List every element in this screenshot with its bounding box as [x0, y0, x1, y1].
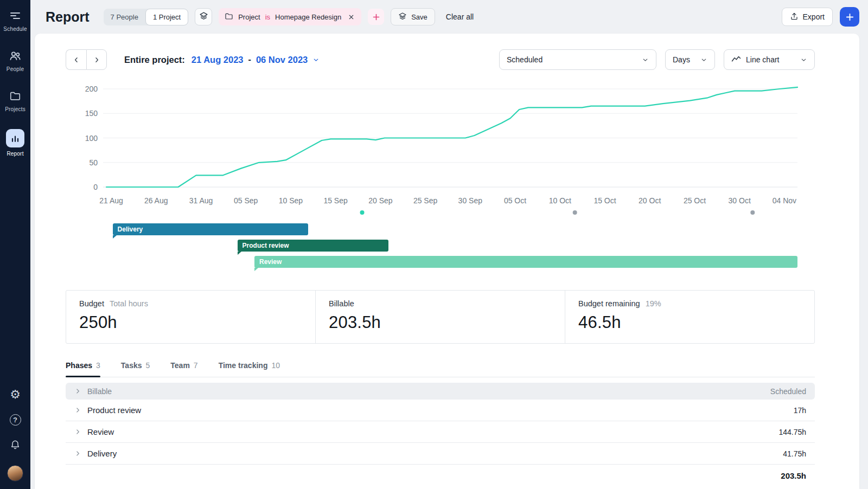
sidebar-item-projects[interactable]: Projects: [0, 89, 30, 112]
chevron-right-icon: [74, 388, 81, 395]
app-root: Schedule People Projects Report: [0, 0, 868, 489]
row-value: 17h: [794, 406, 806, 415]
scheduled-hours-chart: 05010015020021 Aug26 Aug31 Aug05 Sep10 S…: [66, 82, 815, 219]
phases-table: Billable Scheduled Product review 17h Re…: [66, 383, 815, 486]
milestone-dot[interactable]: [360, 210, 365, 215]
tab-count: 10: [271, 361, 280, 370]
x-tick-label: 10 Oct: [549, 196, 571, 205]
tab-phases[interactable]: Phases 3: [66, 361, 100, 377]
chevron-down-icon: [642, 56, 649, 63]
table-row[interactable]: Delivery 41.75h: [66, 443, 815, 465]
y-tick-label: 200: [85, 85, 98, 93]
row-value: 144.75h: [778, 428, 806, 436]
milestone-dot[interactable]: [750, 210, 755, 215]
tab-tasks[interactable]: Tasks 5: [121, 361, 150, 377]
chart-toolbar: Entire project: 21 Aug 2023 - 06 Nov 202…: [66, 49, 815, 70]
row-name: Delivery: [87, 449, 117, 458]
phase-bar-label: Delivery: [113, 223, 309, 235]
line-chart-icon: [731, 55, 741, 65]
user-avatar[interactable]: [7, 465, 23, 481]
save-button[interactable]: Save: [391, 8, 435, 25]
x-tick-label: 25 Sep: [413, 196, 438, 205]
stat-subtitle: 19%: [646, 299, 661, 308]
settings-button[interactable]: [10, 389, 21, 401]
x-tick-label: 26 Aug: [144, 196, 168, 205]
phase-bar-label: Review: [254, 256, 797, 268]
export-icon: [790, 12, 799, 22]
table-row[interactable]: Review 144.75h: [66, 421, 815, 443]
export-button[interactable]: Export: [782, 8, 833, 26]
y-tick-label: 150: [85, 109, 98, 118]
saved-views-button[interactable]: [195, 8, 212, 25]
next-period-button[interactable]: [86, 49, 107, 70]
chart-type-select[interactable]: Line chart: [724, 49, 815, 70]
stat-value: 203.5h: [329, 313, 552, 332]
export-button-label: Export: [803, 12, 825, 21]
sidebar-item-report[interactable]: Report: [0, 129, 30, 157]
end-date[interactable]: 06 Nov 2023: [256, 55, 308, 65]
table-row[interactable]: Product review 17h: [66, 400, 815, 421]
phase-bar-review[interactable]: Review: [254, 256, 797, 268]
add-filter-button[interactable]: [368, 9, 384, 25]
help-button[interactable]: [10, 414, 21, 426]
filter-value: Homepage Redesign: [275, 13, 341, 21]
x-tick-label: 20 Oct: [639, 196, 661, 205]
row-value: 41.75h: [783, 449, 806, 458]
period-nav: [66, 49, 107, 70]
table-header-left: Billable: [87, 387, 112, 396]
sidebar-item-label: Schedule: [3, 26, 27, 32]
stat-title: Budget: [79, 299, 104, 308]
metric-select[interactable]: Scheduled: [499, 49, 656, 70]
y-tick-label: 100: [85, 134, 98, 143]
date-separator: -: [248, 55, 251, 65]
project-filter-chip[interactable]: Project is Homepage Redesign: [219, 8, 361, 25]
folder-icon: [9, 89, 21, 103]
project-scope-chip[interactable]: 1 Project: [145, 9, 188, 25]
date-range-picker[interactable]: Entire project: 21 Aug 2023 - 06 Nov 202…: [124, 55, 320, 65]
granularity-select[interactable]: Days: [665, 49, 715, 70]
start-date[interactable]: 21 Aug 2023: [192, 55, 244, 65]
top-bar: Report 7 People 1 Project Project is Hom…: [30, 0, 868, 34]
remove-filter-button[interactable]: [347, 13, 355, 21]
top-bar-right: Export: [782, 7, 859, 27]
clear-all-button[interactable]: Clear all: [446, 12, 474, 21]
add-button[interactable]: [840, 7, 859, 27]
stat-title: Billable: [329, 299, 354, 308]
granularity-select-value: Days: [673, 55, 695, 64]
tab-time-tracking[interactable]: Time tracking 10: [219, 361, 280, 377]
sidebar-item-label: People: [7, 66, 24, 72]
chart-type-select-value: Line chart: [746, 55, 795, 64]
sidebar-item-schedule[interactable]: Schedule: [0, 9, 30, 32]
filter-field: Project: [238, 13, 260, 21]
phase-bar-product-review[interactable]: Product review: [238, 240, 388, 252]
report-panel: Entire project: 21 Aug 2023 - 06 Nov 202…: [35, 34, 859, 489]
stat-value: 46.5h: [578, 313, 801, 332]
folder-icon: [225, 12, 233, 22]
chevron-down-icon: [800, 56, 807, 63]
main-area: Report 7 People 1 Project Project is Hom…: [30, 0, 868, 489]
close-icon: [348, 14, 354, 20]
filter-operator: is: [265, 13, 270, 21]
notifications-button[interactable]: [10, 439, 21, 452]
sidebar-item-people[interactable]: People: [0, 49, 30, 72]
gear-icon: [10, 389, 21, 401]
milestone-dot[interactable]: [573, 210, 577, 215]
people-icon: [9, 49, 22, 63]
people-scope-chip[interactable]: 7 People: [104, 9, 145, 25]
table-header-row[interactable]: Billable Scheduled: [66, 383, 815, 400]
sidebar-bottom: [7, 389, 23, 481]
tab-team[interactable]: Team 7: [170, 361, 197, 377]
prev-period-button[interactable]: [66, 49, 86, 70]
scheduled-line: [106, 87, 797, 187]
chevron-down-icon: [700, 56, 707, 63]
row-name: Review: [87, 427, 114, 436]
chevron-down-icon: [312, 56, 320, 63]
x-tick-label: 30 Oct: [729, 196, 751, 205]
x-tick-label: 15 Oct: [593, 196, 616, 205]
sidebar: Schedule People Projects Report: [0, 0, 30, 489]
phase-bar-delivery[interactable]: Delivery: [113, 223, 309, 235]
tab-count: 3: [96, 361, 100, 370]
chevron-right-icon: [74, 428, 81, 435]
stat-subtitle: Total hours: [110, 299, 148, 308]
tab-count: 7: [194, 361, 198, 370]
